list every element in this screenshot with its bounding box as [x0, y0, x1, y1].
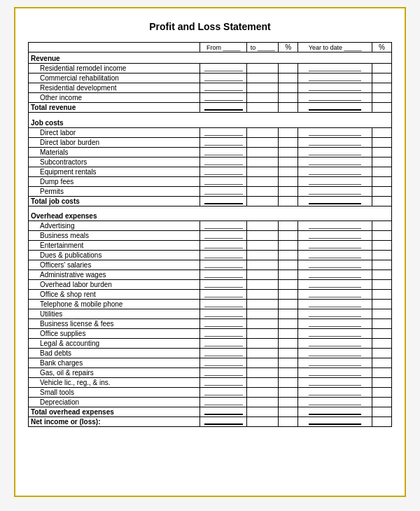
to-cell: [247, 64, 279, 74]
to-cell: [247, 319, 279, 329]
from-cell: [200, 270, 247, 280]
pct1-cell: [279, 407, 298, 417]
from-cell: [200, 103, 247, 113]
table-row: Materials: [29, 147, 392, 157]
pct2-cell: [372, 196, 392, 206]
pct1-cell: [279, 74, 298, 83]
from-cell: [200, 186, 247, 196]
ytd-cell: [298, 52, 372, 64]
pct1-cell: [279, 417, 298, 427]
pct1-cell: [279, 300, 298, 309]
ytd-cell: [298, 64, 372, 74]
row-label: Office & shop rent: [29, 290, 200, 300]
to-cell: [247, 349, 279, 358]
to-cell: [247, 407, 279, 417]
table-row: Utilities: [29, 309, 392, 319]
ytd-cell: [298, 157, 372, 167]
ytd-cell: [298, 117, 372, 128]
ytd-cell: [298, 210, 372, 221]
pct1-cell: [279, 64, 298, 74]
pct2-cell: [372, 388, 392, 398]
ytd-cell: [298, 176, 372, 186]
ytd-cell: [298, 147, 372, 157]
table-row: Permits: [29, 186, 392, 196]
pct2-cell: [372, 167, 392, 176]
ytd-cell: [298, 407, 372, 417]
pct2-cell: [372, 398, 392, 407]
row-label: Dump fees: [29, 176, 200, 186]
header-row: From _____ to _____ % Year to date _____…: [29, 43, 392, 52]
from-cell: [200, 251, 247, 260]
from-cell: [200, 241, 247, 251]
pct1-cell: [279, 176, 298, 186]
from-cell: [200, 74, 247, 83]
pct2-cell: [372, 147, 392, 157]
pct2-cell: [372, 319, 392, 329]
pct2-cell: [372, 417, 392, 427]
row-label: Administrative wages: [29, 270, 200, 280]
pct1-cell: [279, 83, 298, 93]
from-cell: [200, 64, 247, 74]
table-row: Other income: [29, 93, 392, 103]
row-label: Overhead expenses: [29, 210, 200, 221]
pct2-cell: [372, 231, 392, 241]
pct1-cell: [279, 186, 298, 196]
pct2-cell: [372, 210, 392, 221]
pct2-cell: [372, 270, 392, 280]
ytd-cell: [298, 378, 372, 388]
to-cell: [247, 251, 279, 260]
pct2-cell: [372, 117, 392, 128]
ytd-cell: [298, 339, 372, 349]
row-label: Bad debts: [29, 349, 200, 358]
row-label: Revenue: [29, 52, 200, 64]
row-label: Net income or (loss):: [29, 417, 200, 427]
ytd-cell: [298, 103, 372, 113]
ytd-cell: [298, 251, 372, 260]
from-cell: [200, 398, 247, 407]
from-cell: [200, 210, 247, 221]
row-label: Other income: [29, 93, 200, 103]
col-ytd-header: Year to date _____: [298, 43, 372, 52]
table-row: Direct labor burden: [29, 137, 392, 147]
ytd-cell: [298, 196, 372, 206]
ytd-cell: [298, 417, 372, 427]
pct1-cell: [279, 260, 298, 270]
ytd-cell: [298, 388, 372, 398]
pct1-cell: [279, 210, 298, 221]
ytd-cell: [298, 127, 372, 137]
ytd-cell: [298, 241, 372, 251]
row-label: Total revenue: [29, 103, 200, 113]
table-row: Residential development: [29, 83, 392, 93]
page-title: Profit and Loss Statement: [28, 21, 392, 32]
table-row: Officers' salaries: [29, 260, 392, 270]
from-cell: [200, 52, 247, 64]
pct2-cell: [372, 290, 392, 300]
table-row: Telephone & mobile phone: [29, 300, 392, 309]
pct2-cell: [372, 378, 392, 388]
pct2-cell: [372, 241, 392, 251]
row-label: Direct labor: [29, 127, 200, 137]
pct2-cell: [372, 52, 392, 64]
ytd-cell: [298, 167, 372, 176]
row-label: Permits: [29, 186, 200, 196]
table-row: Total overhead expenses: [29, 407, 392, 417]
pct2-cell: [372, 127, 392, 137]
from-cell: [200, 407, 247, 417]
to-cell: [247, 378, 279, 388]
col-pct1-header: %: [279, 43, 298, 52]
ytd-cell: [298, 300, 372, 309]
pct1-cell: [279, 378, 298, 388]
row-label: Officers' salaries: [29, 260, 200, 270]
row-label: Advertising: [29, 221, 200, 231]
from-cell: [200, 221, 247, 231]
from-cell: [200, 176, 247, 186]
table-row: Gas, oil & repairs: [29, 368, 392, 378]
from-cell: [200, 260, 247, 270]
row-label: Materials: [29, 147, 200, 157]
table-row: Small tools: [29, 388, 392, 398]
from-cell: [200, 147, 247, 157]
to-cell: [247, 339, 279, 349]
pct1-cell: [279, 241, 298, 251]
to-cell: [247, 368, 279, 378]
table-row: Bank charges: [29, 358, 392, 368]
